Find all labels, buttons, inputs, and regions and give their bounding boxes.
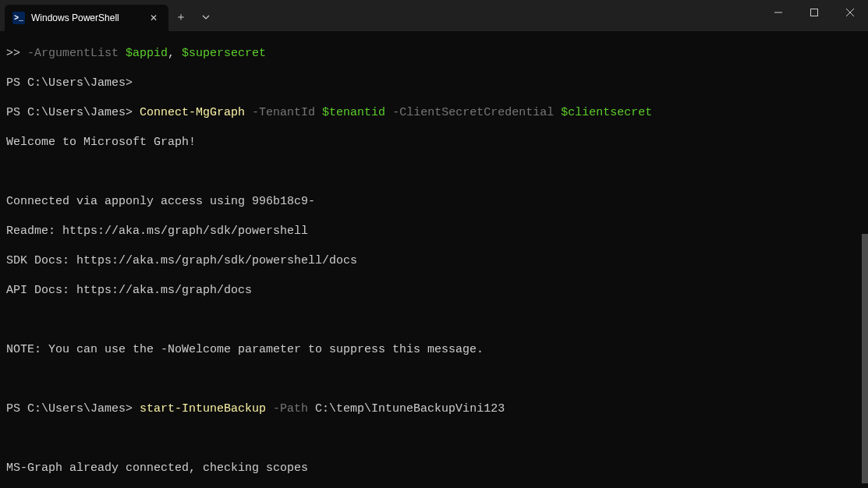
tab-dropdown-button[interactable] [193,5,218,30]
param: -TenantId [245,106,322,119]
cont-prompt: >> [6,47,20,60]
tab-powershell[interactable]: >_ Windows PowerShell ✕ [5,5,168,31]
output-line: API Docs: https://aka.ms/graph/docs [6,283,862,298]
var: $tenantid [322,106,385,119]
svg-line-3 [846,9,854,16]
new-tab-button[interactable]: ＋ [168,5,193,30]
tabs-region: >_ Windows PowerShell ✕ ＋ [0,0,218,31]
output-line: SDK Docs: https://aka.ms/graph/sdk/power… [6,253,862,268]
output-line: Readme: https://aka.ms/graph/sdk/powersh… [6,224,862,239]
prompt: PS C:\Users\James> [6,402,133,416]
output-line: MS-Graph already connected, checking sco… [6,461,862,476]
cmd: Connect-MgGraph [140,106,245,119]
param: -Path [266,402,315,416]
maximize-button[interactable] [796,0,832,25]
arg: C:\temp\IntuneBackupVini123 [315,402,505,416]
scrollbar-thumb[interactable] [862,234,868,483]
titlebar: >_ Windows PowerShell ✕ ＋ [0,0,868,31]
terminal-output[interactable]: >> -ArgumentList $appid, $supersecret PS… [0,31,868,488]
output-line: Connected via apponly access using 996b1… [6,194,862,209]
svg-line-2 [846,9,854,16]
arg-flag: -ArgumentList [27,47,126,60]
var: $clientsecret [561,106,652,119]
output-line: Welcome to Microsoft Graph! [6,135,862,150]
param: -ClientSecretCredential [385,106,561,119]
window-controls [760,0,868,31]
arg-v2: $supersecret [182,47,266,60]
arg-v1: $appid [126,47,168,60]
tab-title: Windows PowerShell [31,12,140,23]
prompt: PS C:\Users\James> [6,76,133,90]
close-window-button[interactable] [832,0,868,25]
cmd: start-IntuneBackup [140,402,266,416]
prompt: PS C:\Users\James> [6,106,133,119]
minimize-button[interactable] [760,0,796,25]
output-line: NOTE: You can use the -NoWelcome paramet… [6,342,862,357]
svg-rect-1 [811,9,818,16]
powershell-icon: >_ [12,12,25,24]
arg-comma: , [168,47,182,60]
close-tab-icon[interactable]: ✕ [147,11,161,25]
